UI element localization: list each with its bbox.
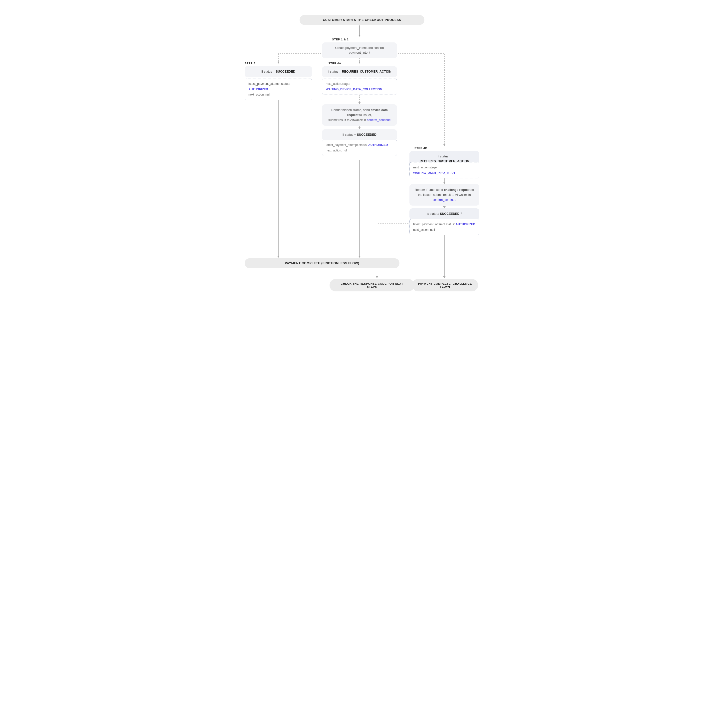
payment-complete-challenge-abs: PAYMENT COMPLETE (CHALLENGE FLOW): [412, 279, 478, 291]
svg-marker-33: [358, 102, 361, 104]
main-diagram: CUSTOMER STARTS THE CHECKOUT PROCESS STE…: [240, 10, 479, 284]
step4a-success-cond-abs: if status = SUCCEEDED: [322, 129, 397, 141]
step4a-success-dashed-abs: latest_payment_attempt.status: AUTHORIZE…: [322, 140, 397, 156]
svg-marker-37: [358, 256, 361, 258]
step4b-success-dashed-abs: latest_payment_attempt.status: AUTHORIZE…: [409, 219, 479, 235]
step4b-check-abs: is status: SUCCEEDED ?: [409, 208, 479, 220]
step4a-label-abs: STEP 4A: [328, 62, 341, 65]
payment-complete-frictionless-abs: PAYMENT COMPLETE (FRICTIONLESS FLOW): [245, 258, 399, 268]
step4b-stage-abs: WAITING_USER_INFO_INPUT: [413, 170, 475, 176]
svg-marker-24: [277, 62, 280, 64]
svg-marker-41: [443, 206, 446, 208]
step4a-action-abs: Render hidden iframe, send device data r…: [322, 104, 397, 126]
step12-label-abs: STEP 1 & 2: [332, 38, 349, 41]
svg-marker-20: [358, 35, 361, 37]
step3-condition-abs: if status = SUCCEEDED: [245, 66, 312, 77]
step3-dashed-abs: latest_payment_attempt.status: AUTHORIZE…: [245, 79, 312, 100]
step4a-status-abs: REQUIRES_CUSTOMER_ACTION: [342, 70, 391, 73]
svg-marker-29: [443, 144, 446, 146]
svg-marker-46: [376, 276, 378, 278]
svg-marker-31: [277, 256, 280, 258]
check-response-abs: CHECK THE RESPONSE CODE FOR NEXT STEPS: [330, 279, 414, 291]
step4b-action-abs: Render iframe, send challenge request to…: [409, 184, 479, 206]
step4a-condition-abs: if status = REQUIRES_CUSTOMER_ACTION: [322, 66, 397, 77]
step4a-dashed-abs: next_action.stage: WAITING_DEVICE_DATA_C…: [322, 79, 397, 95]
svg-marker-39: [443, 182, 446, 184]
svg-marker-35: [358, 127, 361, 129]
svg-marker-26: [358, 62, 361, 64]
step12-box-abs: Create payment_intent and confirm paymen…: [322, 43, 397, 58]
step4a-stage-abs: WAITING_DEVICE_DATA_COLLECTION: [326, 87, 393, 92]
step4b-label-abs: STEP 4B: [414, 147, 428, 150]
step3-label-abs: STEP 3: [245, 62, 255, 65]
step4b-dashed-abs: next_action.stage: WAITING_USER_INFO_INP…: [409, 162, 479, 178]
start-pill-abs: CUSTOMER STARTS THE CHECKOUT PROCESS: [300, 15, 425, 25]
svg-marker-43: [443, 276, 446, 278]
